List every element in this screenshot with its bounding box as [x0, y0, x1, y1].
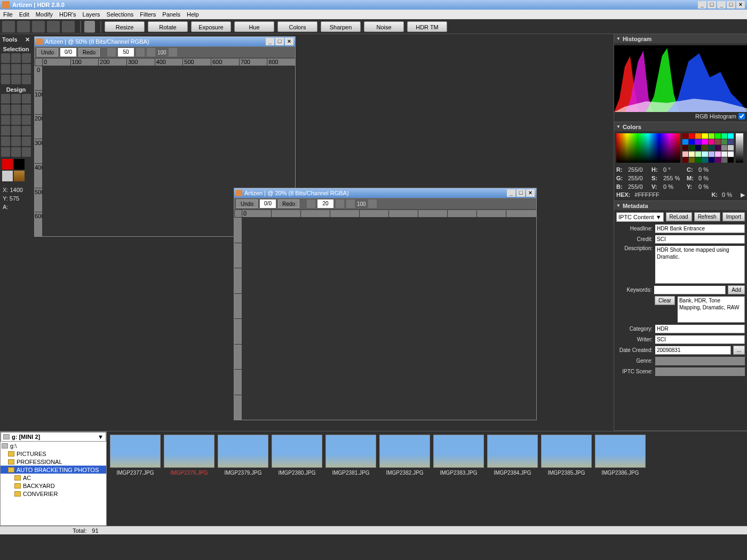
toolbar-sharpen[interactable]: Sharpen [321, 21, 361, 32]
color-gradient-picker[interactable] [616, 133, 680, 163]
doc1-minimize[interactable]: _ [266, 38, 274, 45]
tool-smudge[interactable] [22, 115, 31, 125]
doc2-close[interactable]: × [526, 189, 535, 197]
tool-dodge[interactable] [22, 105, 31, 114]
keywords-field[interactable] [654, 285, 726, 294]
folder-tree[interactable]: g: [MINI 2]▼ g:\PICTURESPROFESSIONALAUTO… [0, 431, 107, 526]
menu-panels[interactable]: Panels [162, 11, 180, 18]
iptc-scene-field[interactable] [655, 367, 745, 376]
writer-field[interactable] [655, 335, 745, 344]
tool-hand[interactable] [11, 53, 20, 63]
doc1-zoom-in-icon[interactable] [147, 48, 155, 57]
camera-icon[interactable] [47, 21, 60, 33]
tool-lasso[interactable] [1, 64, 10, 74]
drive-dropdown[interactable]: g: [MINI 2]▼ [1, 432, 106, 442]
genre-field[interactable] [655, 356, 745, 365]
doc2-zoom-stepper[interactable] [336, 199, 344, 208]
menu-edit[interactable]: Edit [19, 11, 29, 18]
doc1-fit-icon[interactable] [169, 48, 177, 57]
toolbar-resize[interactable]: Resize [105, 21, 145, 32]
tool-pen[interactable] [22, 75, 31, 84]
color-palette[interactable] [682, 133, 734, 163]
date-picker-button[interactable]: ... [733, 346, 745, 355]
tool-heal[interactable] [11, 105, 20, 114]
doc1-zoom-value[interactable]: 50 [118, 48, 134, 57]
tools-close-icon[interactable]: ✕ [25, 36, 30, 43]
tool-blur[interactable] [1, 126, 10, 135]
toolbar-rotate[interactable]: Rotate [148, 21, 188, 32]
description-field[interactable]: HDR Shot, tone mapped using Dramatic. [655, 245, 745, 284]
grey-swatch[interactable] [2, 171, 13, 181]
doc1-redo[interactable]: Redo [78, 48, 100, 57]
tool-marquee[interactable] [11, 64, 20, 74]
clear-keywords-button[interactable]: Clear [655, 296, 675, 305]
tool-burn[interactable] [1, 115, 10, 125]
save-icon[interactable] [32, 21, 45, 33]
tool-crop[interactable] [1, 75, 10, 84]
tool-zoom[interactable] [22, 126, 31, 135]
doc2-image[interactable] [242, 217, 536, 420]
doc2-minimize[interactable]: _ [507, 189, 515, 197]
doc1-close[interactable]: × [285, 38, 293, 45]
doc2-zoom-out-icon[interactable] [307, 199, 315, 208]
menu-selections[interactable]: Selections [107, 11, 134, 18]
menu-modify[interactable]: Modify [36, 11, 53, 18]
background-swatch[interactable] [14, 159, 25, 170]
doc2-zoom-in-icon[interactable] [346, 199, 355, 208]
histogram-rgb-checkbox[interactable] [738, 113, 745, 119]
tool-arrow[interactable] [1, 53, 10, 63]
print-icon[interactable] [62, 21, 75, 33]
doc2-maximize[interactable]: □ [516, 189, 525, 197]
thumbnail[interactable]: IMGP2379.JPG [218, 435, 268, 523]
date-created-field[interactable] [655, 346, 731, 355]
menu-filters[interactable]: Filters [140, 11, 156, 18]
reload-button[interactable]: ReLoad [666, 212, 692, 221]
metadata-type-dropdown[interactable]: IPTC Content ▼ [616, 212, 664, 222]
thumbnail[interactable]: IMGP2384.JPG [487, 435, 538, 523]
foreground-swatch[interactable] [2, 159, 13, 170]
alt-minimize-button[interactable]: _ [717, 1, 726, 9]
pointer-icon[interactable] [84, 21, 95, 33]
doc2-zoom-value[interactable]: 20 [317, 199, 333, 208]
tree-item[interactable]: PICTURES [1, 450, 106, 458]
minimize-button[interactable]: _ [698, 1, 706, 9]
new-icon[interactable] [2, 21, 15, 33]
tool-text[interactable] [1, 137, 10, 146]
refresh-button[interactable]: Refresh [694, 212, 720, 221]
toolbar-exposure[interactable]: Exposure [191, 21, 231, 32]
tool-gradient[interactable] [22, 137, 31, 146]
tool-eyedrop[interactable] [11, 147, 20, 157]
tree-item[interactable]: BACKYARD [1, 482, 106, 490]
thumbnail[interactable]: IMGP2385.JPG [541, 435, 592, 523]
toolbar-hdrtm[interactable]: HDR TM [407, 21, 447, 32]
credit-field[interactable] [655, 235, 745, 244]
greyscale-strip[interactable] [736, 133, 743, 163]
doc2-fit-icon[interactable] [368, 199, 377, 208]
histogram-header[interactable]: Histogram [614, 34, 747, 43]
category-field[interactable] [655, 324, 745, 333]
thumbnail[interactable]: IMGP2377.JPG [110, 435, 161, 523]
tool-brush[interactable] [1, 94, 10, 103]
maximize-button[interactable]: □ [727, 1, 735, 9]
tool-shape[interactable] [11, 137, 20, 146]
thumbnail[interactable]: IMGP2386.JPG [595, 435, 646, 523]
colors-header[interactable]: Colors [614, 122, 747, 131]
keywords-list[interactable]: Bank, HDR, Tone Mapping, Dramatic, RAW [677, 296, 745, 323]
texture-swatch[interactable] [14, 171, 25, 181]
doc1-maximize[interactable]: □ [275, 38, 284, 45]
document-window-2[interactable]: Artizen | @ 20% (8 Bits/Channel RGBA) _ … [234, 188, 537, 420]
menu-file[interactable]: File [3, 11, 13, 18]
doc1-undo[interactable]: Undo [37, 48, 58, 57]
doc1-zoom-out-icon[interactable] [107, 48, 116, 57]
thumbnail[interactable]: IMGP2383.JPG [433, 435, 484, 523]
thumbnail[interactable]: IMGP2382.JPG [379, 435, 430, 523]
tool-pencil[interactable] [22, 94, 31, 103]
menu-hdrs[interactable]: HDR's [59, 11, 76, 18]
menu-help[interactable]: Help [187, 11, 199, 18]
tool-transform[interactable] [11, 75, 20, 84]
open-icon[interactable] [17, 21, 30, 33]
add-keyword-button[interactable]: Add [728, 285, 745, 294]
tree-item[interactable]: CONVERIER [1, 490, 106, 498]
thumbnail[interactable]: IMGP2380.JPG [272, 435, 322, 523]
doc1-zoom-stepper[interactable] [136, 48, 145, 57]
